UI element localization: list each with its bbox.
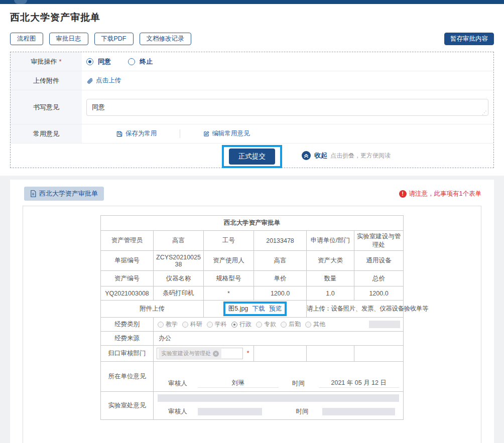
common-opinion-label: 常用意见 (11, 124, 82, 143)
upload-link[interactable]: 点击上传 (86, 76, 121, 85)
paperclip-icon (86, 77, 93, 84)
submit-row: 正式提交 收起 点击折叠，更方便阅读 (11, 143, 493, 168)
attachment-label: 上传附件 (11, 71, 82, 90)
funding-other-input[interactable] (369, 321, 400, 328)
approval-panel: 审批操作 * 同意 终止 上传附件 点击上传 (10, 52, 494, 168)
attachment-upload-label: 附件上传 (101, 301, 204, 318)
review-dept-label: 归口审核部门 (101, 346, 154, 362)
funding-source-value: 办公 (154, 332, 404, 346)
funding-source-label: 经费来源 (101, 332, 154, 346)
time-label: 时间 (282, 407, 322, 416)
table-title: 西北大学资产审批单 (101, 216, 404, 231)
approval-log-button[interactable]: 审批日志 (49, 33, 88, 45)
divider (180, 129, 180, 138)
form-section: 西北大学资产审批单 请注意，此事项有1个表单 西北大学资产审批单 资产管理员 (0, 176, 504, 443)
flowchart-button[interactable]: 流程图 (10, 33, 43, 45)
funding-option-admin[interactable]: 行政 (231, 320, 251, 329)
funding-type-label: 经费类别 (101, 318, 154, 332)
radio-approve-icon[interactable] (86, 58, 93, 65)
lab-reviewer-input[interactable] (198, 408, 262, 415)
submit-button[interactable]: 正式提交 (229, 149, 275, 165)
lab-opinion-label: 实验室处意见 (101, 392, 154, 420)
doc-history-button[interactable]: 文档修改记录 (140, 33, 191, 45)
review-dept-row: 归口审核部门 实验室建设与管理处 * (101, 346, 404, 362)
reviewer-label: 审核人 (158, 379, 198, 388)
opinion-label: 书写意见 (11, 90, 82, 124)
funding-option-research[interactable]: 科研 (182, 320, 202, 329)
funding-type-row: 经费类别 教学 科研 学科 (101, 318, 404, 332)
form-card: 西北大学资产审批单 请注意，此事项有1个表单 西北大学资产审批单 资产管理员 (10, 180, 494, 443)
reviewer-name: 刘琳 (198, 379, 279, 388)
collapse-toggle[interactable]: 收起 点击折叠，更方便阅读 (302, 151, 391, 160)
save-as-common-link[interactable]: 保存为常用 (116, 129, 157, 138)
top-bar (0, 0, 504, 4)
required-asterisk: * (246, 349, 249, 357)
upload-hint: 请上传：设备照片、发票、仪器设备验收单等 (307, 301, 404, 318)
floppy-icon (116, 130, 123, 137)
table-row: 资产管理员 高言 工号 20133478 申请单位/部门 实验室建设与管理处 (101, 231, 404, 251)
unit-opinion-label: 所在单位意见 (101, 362, 154, 392)
form-tab[interactable]: 西北大学资产审批单 (24, 187, 104, 201)
funding-option-logistics[interactable]: 后勤 (281, 320, 301, 329)
attachment-file-cell: 图5.jpg 下载 预览 (204, 301, 307, 318)
highlight-annotation-submit: 正式提交 (222, 145, 282, 168)
chevron-up-circle-icon[interactable] (302, 151, 311, 160)
table-row: 单据编号 ZCYS2021002538 资产使用人 高言 资产大类 通用设备 (101, 251, 404, 271)
lab-time-input[interactable] (322, 408, 395, 415)
unit-opinion-row: 所在单位意见 审核人 刘琳 时间 2021 年 05 月 12 日 (101, 362, 404, 392)
edit-common-link[interactable]: 编辑常用意见 (203, 129, 250, 138)
edit-icon (203, 130, 210, 137)
lab-opinion-input[interactable] (158, 394, 399, 402)
review-dept-input[interactable]: 实验室建设与管理处 (157, 348, 243, 359)
exclamation-icon (399, 190, 407, 198)
attachment-row: 上传附件 点击上传 (11, 71, 493, 90)
tag-close-icon[interactable] (213, 351, 219, 357)
form-count-alert: 请注意，此事项有1个表单 (399, 190, 481, 198)
opinion-textarea[interactable]: 同意 ⋰ (86, 99, 488, 116)
toolbar: 流程图 审批日志 下载PDF 文档修改记录 暂存审批内容 (10, 33, 494, 45)
lab-opinion-row: 实验室处意见 审核人 时间 (101, 392, 404, 420)
table-row: YQ2021003008 条码打印机 * 1200.0 1.0 1200.0 (101, 286, 404, 301)
funding-option-teaching[interactable]: 教学 (158, 320, 178, 329)
form-container: 西北大学资产审批单 资产管理员 高言 工号 20133478 申请单位/部门 实… (23, 206, 481, 443)
funding-option-special[interactable]: 专款 (256, 320, 276, 329)
top-bar-logo (14, 0, 27, 4)
document-icon (30, 190, 36, 197)
time-label: 时间 (279, 379, 319, 388)
radio-terminate-icon[interactable] (128, 58, 135, 65)
radio-approve[interactable]: 同意 (86, 57, 111, 66)
operation-label: 审批操作 * (11, 52, 82, 71)
review-date: 2021 年 05 月 12 日 (319, 379, 400, 388)
preview-link[interactable]: 预览 (269, 305, 282, 312)
download-pdf-button[interactable]: 下载PDF (94, 33, 134, 45)
resize-grip-icon[interactable]: ⋰ (482, 110, 487, 115)
operation-row: 审批操作 * 同意 终止 (11, 52, 493, 71)
dept-tag: 实验室建设与管理处 (159, 349, 221, 358)
funding-option-discipline[interactable]: 学科 (207, 320, 227, 329)
reviewer-label: 审核人 (158, 407, 198, 416)
attachment-table-row: 附件上传 图5.jpg 下载 预览 请上传：设备照片、发票、仪器设备验收单等 (101, 301, 404, 318)
funding-source-row: 经费来源 办公 (101, 332, 404, 346)
file-name: 图5.jpg (228, 305, 248, 312)
required-asterisk: * (59, 58, 61, 65)
table-row: 资产编号 仪器名称 规格型号 单价 数量 总价 (101, 271, 404, 286)
page-title: 西北大学资产审批单 (10, 11, 504, 24)
opinion-row: 书写意见 同意 ⋰ (11, 90, 493, 124)
funding-option-other[interactable]: 其他 (305, 320, 325, 329)
download-link[interactable]: 下载 (253, 305, 265, 312)
common-opinion-row: 常用意见 保存为常用 编辑常用意见 (11, 124, 493, 143)
highlight-annotation-file: 图5.jpg 下载 预览 (223, 302, 287, 316)
save-draft-button[interactable]: 暂存审批内容 (444, 33, 494, 45)
asset-approval-table: 西北大学资产审批单 资产管理员 高言 工号 20133478 申请单位/部门 实… (100, 215, 404, 420)
radio-terminate[interactable]: 终止 (128, 57, 153, 66)
